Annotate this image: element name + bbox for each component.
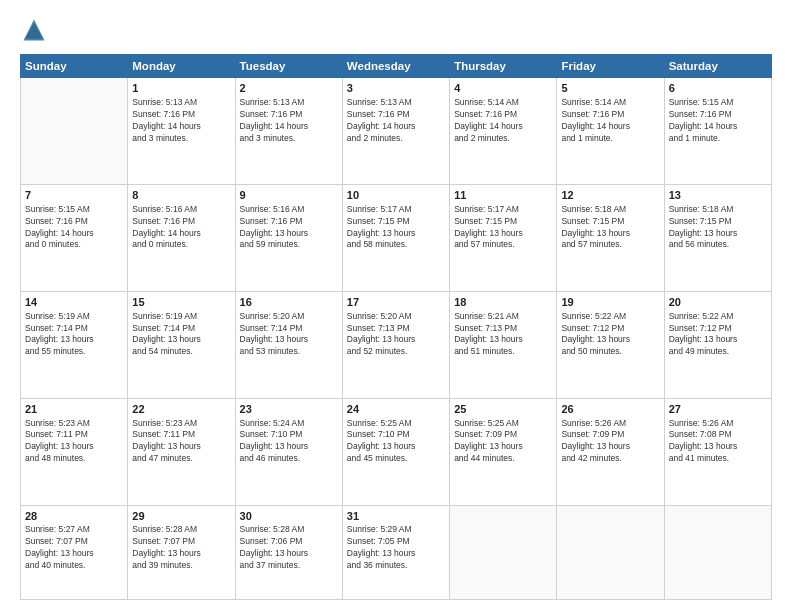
- week-row: 7Sunrise: 5:15 AM Sunset: 7:16 PM Daylig…: [21, 184, 772, 291]
- day-number: 13: [669, 188, 767, 203]
- day-info: Sunrise: 5:25 AM Sunset: 7:09 PM Dayligh…: [454, 418, 552, 466]
- day-info: Sunrise: 5:14 AM Sunset: 7:16 PM Dayligh…: [454, 97, 552, 145]
- calendar-cell: 14Sunrise: 5:19 AM Sunset: 7:14 PM Dayli…: [21, 291, 128, 398]
- day-info: Sunrise: 5:13 AM Sunset: 7:16 PM Dayligh…: [347, 97, 445, 145]
- day-number: 22: [132, 402, 230, 417]
- week-row: 21Sunrise: 5:23 AM Sunset: 7:11 PM Dayli…: [21, 398, 772, 505]
- day-number: 28: [25, 509, 123, 524]
- calendar-cell: 22Sunrise: 5:23 AM Sunset: 7:11 PM Dayli…: [128, 398, 235, 505]
- day-number: 24: [347, 402, 445, 417]
- weekday-header: Monday: [128, 55, 235, 78]
- calendar-cell: 13Sunrise: 5:18 AM Sunset: 7:15 PM Dayli…: [664, 184, 771, 291]
- calendar-cell: 3Sunrise: 5:13 AM Sunset: 7:16 PM Daylig…: [342, 78, 449, 185]
- calendar-cell: 1Sunrise: 5:13 AM Sunset: 7:16 PM Daylig…: [128, 78, 235, 185]
- calendar-cell: 5Sunrise: 5:14 AM Sunset: 7:16 PM Daylig…: [557, 78, 664, 185]
- day-number: 27: [669, 402, 767, 417]
- day-number: 18: [454, 295, 552, 310]
- day-info: Sunrise: 5:15 AM Sunset: 7:16 PM Dayligh…: [669, 97, 767, 145]
- week-row: 14Sunrise: 5:19 AM Sunset: 7:14 PM Dayli…: [21, 291, 772, 398]
- day-info: Sunrise: 5:16 AM Sunset: 7:16 PM Dayligh…: [132, 204, 230, 252]
- calendar-cell: 30Sunrise: 5:28 AM Sunset: 7:06 PM Dayli…: [235, 505, 342, 599]
- day-number: 31: [347, 509, 445, 524]
- day-info: Sunrise: 5:13 AM Sunset: 7:16 PM Dayligh…: [132, 97, 230, 145]
- day-info: Sunrise: 5:28 AM Sunset: 7:07 PM Dayligh…: [132, 524, 230, 572]
- day-info: Sunrise: 5:19 AM Sunset: 7:14 PM Dayligh…: [25, 311, 123, 359]
- day-number: 5: [561, 81, 659, 96]
- weekday-header-row: SundayMondayTuesdayWednesdayThursdayFrid…: [21, 55, 772, 78]
- day-info: Sunrise: 5:26 AM Sunset: 7:08 PM Dayligh…: [669, 418, 767, 466]
- svg-marker-1: [25, 23, 43, 39]
- calendar-cell: 15Sunrise: 5:19 AM Sunset: 7:14 PM Dayli…: [128, 291, 235, 398]
- calendar-cell: 20Sunrise: 5:22 AM Sunset: 7:12 PM Dayli…: [664, 291, 771, 398]
- calendar-cell: 21Sunrise: 5:23 AM Sunset: 7:11 PM Dayli…: [21, 398, 128, 505]
- calendar-cell: 26Sunrise: 5:26 AM Sunset: 7:09 PM Dayli…: [557, 398, 664, 505]
- day-info: Sunrise: 5:13 AM Sunset: 7:16 PM Dayligh…: [240, 97, 338, 145]
- day-info: Sunrise: 5:23 AM Sunset: 7:11 PM Dayligh…: [25, 418, 123, 466]
- logo: [20, 16, 52, 44]
- calendar-cell: [450, 505, 557, 599]
- day-number: 3: [347, 81, 445, 96]
- calendar-cell: 24Sunrise: 5:25 AM Sunset: 7:10 PM Dayli…: [342, 398, 449, 505]
- calendar-cell: 2Sunrise: 5:13 AM Sunset: 7:16 PM Daylig…: [235, 78, 342, 185]
- calendar-cell: 19Sunrise: 5:22 AM Sunset: 7:12 PM Dayli…: [557, 291, 664, 398]
- day-info: Sunrise: 5:18 AM Sunset: 7:15 PM Dayligh…: [561, 204, 659, 252]
- day-info: Sunrise: 5:14 AM Sunset: 7:16 PM Dayligh…: [561, 97, 659, 145]
- calendar-cell: 12Sunrise: 5:18 AM Sunset: 7:15 PM Dayli…: [557, 184, 664, 291]
- day-info: Sunrise: 5:29 AM Sunset: 7:05 PM Dayligh…: [347, 524, 445, 572]
- day-number: 26: [561, 402, 659, 417]
- day-info: Sunrise: 5:24 AM Sunset: 7:10 PM Dayligh…: [240, 418, 338, 466]
- weekday-header: Tuesday: [235, 55, 342, 78]
- calendar-cell: 10Sunrise: 5:17 AM Sunset: 7:15 PM Dayli…: [342, 184, 449, 291]
- calendar-cell: 28Sunrise: 5:27 AM Sunset: 7:07 PM Dayli…: [21, 505, 128, 599]
- day-number: 17: [347, 295, 445, 310]
- weekday-header: Friday: [557, 55, 664, 78]
- day-info: Sunrise: 5:20 AM Sunset: 7:14 PM Dayligh…: [240, 311, 338, 359]
- day-info: Sunrise: 5:20 AM Sunset: 7:13 PM Dayligh…: [347, 311, 445, 359]
- day-number: 10: [347, 188, 445, 203]
- calendar-cell: 9Sunrise: 5:16 AM Sunset: 7:16 PM Daylig…: [235, 184, 342, 291]
- weekday-header: Saturday: [664, 55, 771, 78]
- page: SundayMondayTuesdayWednesdayThursdayFrid…: [0, 0, 792, 612]
- weekday-header: Thursday: [450, 55, 557, 78]
- day-info: Sunrise: 5:16 AM Sunset: 7:16 PM Dayligh…: [240, 204, 338, 252]
- day-number: 6: [669, 81, 767, 96]
- day-number: 16: [240, 295, 338, 310]
- day-number: 4: [454, 81, 552, 96]
- weekday-header: Sunday: [21, 55, 128, 78]
- day-number: 14: [25, 295, 123, 310]
- calendar-cell: [21, 78, 128, 185]
- day-info: Sunrise: 5:17 AM Sunset: 7:15 PM Dayligh…: [347, 204, 445, 252]
- day-number: 11: [454, 188, 552, 203]
- calendar-cell: 27Sunrise: 5:26 AM Sunset: 7:08 PM Dayli…: [664, 398, 771, 505]
- calendar-cell: 17Sunrise: 5:20 AM Sunset: 7:13 PM Dayli…: [342, 291, 449, 398]
- header: [20, 16, 772, 44]
- day-info: Sunrise: 5:28 AM Sunset: 7:06 PM Dayligh…: [240, 524, 338, 572]
- day-info: Sunrise: 5:25 AM Sunset: 7:10 PM Dayligh…: [347, 418, 445, 466]
- day-number: 23: [240, 402, 338, 417]
- day-info: Sunrise: 5:22 AM Sunset: 7:12 PM Dayligh…: [561, 311, 659, 359]
- day-number: 12: [561, 188, 659, 203]
- calendar-cell: 29Sunrise: 5:28 AM Sunset: 7:07 PM Dayli…: [128, 505, 235, 599]
- day-number: 29: [132, 509, 230, 524]
- day-number: 9: [240, 188, 338, 203]
- logo-icon: [20, 16, 48, 44]
- day-number: 8: [132, 188, 230, 203]
- calendar-cell: 8Sunrise: 5:16 AM Sunset: 7:16 PM Daylig…: [128, 184, 235, 291]
- day-info: Sunrise: 5:21 AM Sunset: 7:13 PM Dayligh…: [454, 311, 552, 359]
- calendar-cell: [557, 505, 664, 599]
- week-row: 28Sunrise: 5:27 AM Sunset: 7:07 PM Dayli…: [21, 505, 772, 599]
- calendar-cell: 7Sunrise: 5:15 AM Sunset: 7:16 PM Daylig…: [21, 184, 128, 291]
- calendar-cell: 31Sunrise: 5:29 AM Sunset: 7:05 PM Dayli…: [342, 505, 449, 599]
- day-number: 7: [25, 188, 123, 203]
- day-info: Sunrise: 5:17 AM Sunset: 7:15 PM Dayligh…: [454, 204, 552, 252]
- day-info: Sunrise: 5:15 AM Sunset: 7:16 PM Dayligh…: [25, 204, 123, 252]
- day-number: 1: [132, 81, 230, 96]
- day-number: 25: [454, 402, 552, 417]
- day-number: 2: [240, 81, 338, 96]
- day-info: Sunrise: 5:23 AM Sunset: 7:11 PM Dayligh…: [132, 418, 230, 466]
- calendar-cell: 11Sunrise: 5:17 AM Sunset: 7:15 PM Dayli…: [450, 184, 557, 291]
- day-number: 20: [669, 295, 767, 310]
- day-info: Sunrise: 5:19 AM Sunset: 7:14 PM Dayligh…: [132, 311, 230, 359]
- calendar-cell: 6Sunrise: 5:15 AM Sunset: 7:16 PM Daylig…: [664, 78, 771, 185]
- day-number: 19: [561, 295, 659, 310]
